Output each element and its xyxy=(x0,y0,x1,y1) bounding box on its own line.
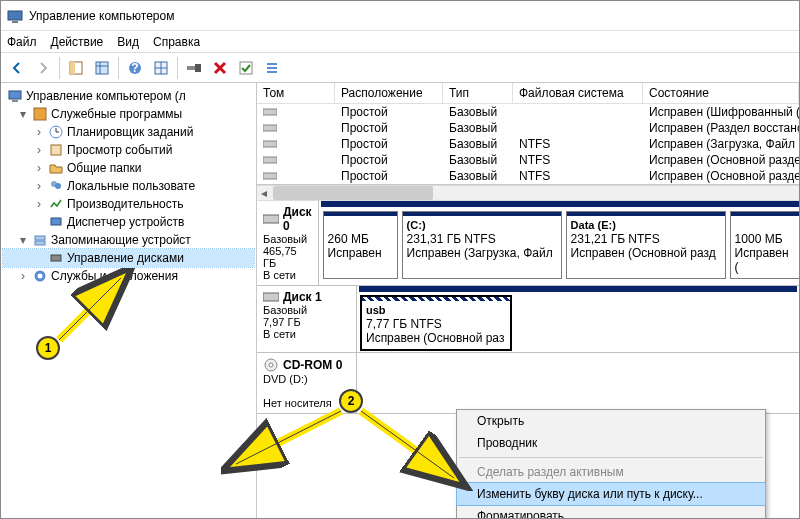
refresh-button[interactable] xyxy=(149,56,173,80)
ctx-format[interactable]: Форматировать... xyxy=(457,505,765,519)
gear-icon xyxy=(32,268,48,284)
arrow-1-icon xyxy=(51,268,141,348)
arrow-2a-icon xyxy=(221,406,351,486)
partition[interactable]: 260 МБИсправен xyxy=(323,211,398,279)
col-fs[interactable]: Файловая система xyxy=(513,83,643,103)
cdrom-row[interactable]: CD-ROM 0 DVD (D:) Нет носителя xyxy=(257,353,799,414)
svg-rect-16 xyxy=(240,62,252,74)
table-row[interactable]: ПростойБазовыйИсправен (Раздел восстанов… xyxy=(257,120,799,136)
drive-icon xyxy=(263,107,277,117)
partition-c[interactable]: (C:)231,31 ГБ NTFSИсправен (Загрузка, Фа… xyxy=(402,211,562,279)
tree-event-viewer[interactable]: ›Просмотр событий xyxy=(3,141,254,159)
disk-1-row[interactable]: Диск 1 Базовый 7,97 ГБ В сети usb7,77 ГБ… xyxy=(257,286,799,353)
svg-point-42 xyxy=(269,363,273,367)
table-row[interactable]: ПростойБазовыйNTFSИсправен (Загрузка, Фа… xyxy=(257,136,799,152)
svg-rect-34 xyxy=(263,109,277,115)
view-button[interactable] xyxy=(90,56,114,80)
disk-0-info: Диск 0 Базовый 465,75 ГБ В сети xyxy=(257,201,319,285)
tree-performance[interactable]: ›Производительность xyxy=(3,195,254,213)
partition[interactable]: 1000 МБИсправен ( xyxy=(730,211,799,279)
menu-file[interactable]: Файл xyxy=(7,35,37,49)
tree-root[interactable]: Управление компьютером (л xyxy=(3,87,254,105)
tree-local-users[interactable]: ›Локальные пользовате xyxy=(3,177,254,195)
clock-icon xyxy=(48,124,64,140)
forward-button[interactable] xyxy=(31,56,55,80)
drive-icon xyxy=(263,155,277,165)
table-row[interactable]: ПростойБазовыйИсправен (Шифрованный (EFI… xyxy=(257,104,799,120)
svg-rect-36 xyxy=(263,141,277,147)
perf-icon xyxy=(48,196,64,212)
collapse-icon[interactable]: ▾ xyxy=(17,107,29,121)
delete-button[interactable] xyxy=(208,56,232,80)
properties-button[interactable] xyxy=(234,56,258,80)
menu-view[interactable]: Вид xyxy=(117,35,139,49)
event-icon xyxy=(48,142,64,158)
users-icon xyxy=(48,178,64,194)
show-hide-tree-button[interactable] xyxy=(64,56,88,80)
cd-icon xyxy=(263,357,279,373)
drive-icon xyxy=(263,171,277,181)
menu-action[interactable]: Действие xyxy=(51,35,104,49)
col-type[interactable]: Тип xyxy=(443,83,513,103)
list-button[interactable] xyxy=(260,56,284,80)
svg-rect-30 xyxy=(35,236,45,240)
tree-task-scheduler[interactable]: ›Планировщик заданий xyxy=(3,123,254,141)
toolbar: ? xyxy=(1,53,799,83)
tree-device-manager[interactable]: Диспетчер устройств xyxy=(3,213,254,231)
folder-icon xyxy=(48,160,64,176)
tree-system-tools[interactable]: ▾ Служебные программы xyxy=(3,105,254,123)
disk-0-row[interactable]: Диск 0 Базовый 465,75 ГБ В сети 260 МБИс… xyxy=(257,201,799,286)
svg-rect-29 xyxy=(51,218,61,225)
ctx-make-active[interactable]: Сделать раздел активным xyxy=(457,461,765,483)
back-button[interactable] xyxy=(5,56,29,80)
svg-text:?: ? xyxy=(131,61,138,75)
computer-icon xyxy=(7,88,23,104)
menubar: Файл Действие Вид Справка xyxy=(1,31,799,53)
svg-rect-31 xyxy=(35,241,45,245)
volumes-header[interactable]: Том Расположение Тип Файловая система Со… xyxy=(257,83,799,104)
svg-rect-26 xyxy=(51,145,61,155)
svg-rect-13 xyxy=(195,64,201,72)
svg-rect-32 xyxy=(51,255,61,261)
tree-shared-folders[interactable]: ›Общие папки xyxy=(3,159,254,177)
svg-rect-21 xyxy=(12,100,18,102)
menu-help[interactable]: Справка xyxy=(153,35,200,49)
callout-2: 2 xyxy=(339,389,363,413)
svg-line-48 xyxy=(361,411,454,478)
col-status[interactable]: Состояние xyxy=(643,83,799,103)
svg-rect-38 xyxy=(263,173,277,179)
ctx-change-letter[interactable]: Изменить букву диска или путь к диску... xyxy=(457,483,765,505)
col-volume[interactable]: Том xyxy=(257,83,335,103)
settings-button[interactable] xyxy=(182,56,206,80)
callout-1: 1 xyxy=(36,336,60,360)
partition-usb[interactable]: usb7,77 ГБ NTFSИсправен (Основной раз xyxy=(361,296,511,350)
tools-icon xyxy=(32,106,48,122)
table-row[interactable]: ПростойБазовыйNTFSИсправен (Основной раз… xyxy=(257,152,799,168)
tree-storage[interactable]: ▾Запоминающие устройст xyxy=(3,231,254,249)
collapse-icon[interactable]: ▾ xyxy=(17,233,29,247)
volumes-table[interactable]: Том Расположение Тип Файловая система Со… xyxy=(257,83,799,185)
computer-management-icon xyxy=(7,8,23,24)
col-layout[interactable]: Расположение xyxy=(335,83,443,103)
partition-data-e[interactable]: Data (E:)231,21 ГБ NTFSИсправен (Основно… xyxy=(566,211,726,279)
arrow-2b-icon xyxy=(356,406,476,491)
table-row[interactable]: ПростойБазовыйNTFSИсправен (Основной раз… xyxy=(257,168,799,184)
ctx-open[interactable]: Открыть xyxy=(457,410,765,432)
ctx-explorer[interactable]: Проводник xyxy=(457,432,765,454)
volumes-scrollbar[interactable]: ◂ xyxy=(257,185,799,201)
disk-icon xyxy=(263,213,279,225)
svg-point-28 xyxy=(55,183,61,189)
svg-rect-3 xyxy=(70,62,75,74)
disk-1-info: Диск 1 Базовый 7,97 ГБ В сети xyxy=(257,286,357,352)
device-icon xyxy=(48,214,64,230)
storage-icon xyxy=(32,232,48,248)
svg-rect-40 xyxy=(263,293,279,301)
drive-icon xyxy=(263,123,277,133)
svg-rect-37 xyxy=(263,157,277,163)
help-button[interactable]: ? xyxy=(123,56,147,80)
tree-disk-management[interactable]: Управление дисками xyxy=(3,249,254,267)
svg-line-44 xyxy=(59,278,121,340)
svg-rect-39 xyxy=(263,215,279,223)
disk-icon xyxy=(263,291,279,303)
svg-rect-1 xyxy=(12,21,18,23)
